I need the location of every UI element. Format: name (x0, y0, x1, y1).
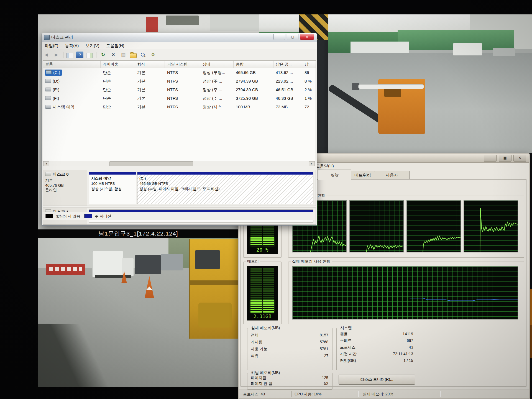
scroll-right-arrow[interactable]: ► (309, 161, 315, 166)
scrollbar-thumb[interactable] (109, 161, 193, 166)
drive-icon (45, 88, 51, 91)
stat-label: 여유 (251, 352, 259, 359)
close-button[interactable]: ✕ (513, 155, 526, 162)
search-icon[interactable] (139, 52, 147, 58)
volume-list: 볼륨 레이아웃 형식 파일 시스템 상태 용량 남은 공... 남 (C:) 단… (43, 60, 316, 161)
partition-legend: 할당되지 않음 주 파티션 (43, 212, 315, 220)
drive-icon (45, 79, 51, 83)
toolbar-separator (96, 52, 96, 58)
back-icon[interactable]: ◄ (43, 52, 50, 58)
memory-history-group: 실제 메모리 사용 현황 (288, 262, 524, 324)
menu-action[interactable]: 동작(A) (62, 42, 81, 50)
window-controls: ─ ▣ ✕ (484, 154, 527, 162)
column-free-pct[interactable]: 남 (302, 61, 316, 68)
open-folder-icon[interactable] (130, 53, 137, 58)
white-truck-box (92, 251, 123, 277)
volume-row-c[interactable]: (C:) 단순 기본 NTFS 정상 (부팅... 465.66 GB 413.… (43, 68, 316, 77)
primary-partition-swatch (84, 214, 92, 218)
red-sign-blob (146, 17, 158, 32)
settings-icon[interactable]: ⚙ (149, 52, 157, 58)
minimize-button[interactable]: ─ (273, 34, 285, 40)
volume-list-header: 볼륨 레이아웃 형식 파일 시스템 상태 용량 남은 공... 남 (43, 61, 316, 68)
tab-performance[interactable]: 성능 (318, 170, 351, 180)
partition-c[interactable]: (C:) 465.66 GB NTFS 정상 (부팅, 페이지 파일, 크래시 … (137, 172, 313, 204)
disk0-label: 디스크 0 기본 465.76 GB 온라인 (43, 170, 87, 206)
unallocated-swatch (45, 214, 53, 218)
dark-roof-blob (166, 16, 199, 25)
memory-history-graph (292, 266, 518, 319)
camera-tile-gate: 남1문입구3_1[172.4.22.124] (38, 229, 238, 389)
column-layout[interactable]: 레이아웃 (101, 61, 135, 68)
shadow-wedge (38, 324, 127, 389)
camera-name-overlay: 남1문입구3_1[172.4.22.124] (38, 229, 238, 238)
memory-gauge-value: 2.31GB (247, 313, 278, 319)
horizontal-scrollbar[interactable]: ◄ ► (43, 161, 315, 166)
stat-label: 페이지 안 됨 (251, 381, 272, 387)
column-filesystem[interactable]: 파일 시스템 (165, 61, 200, 68)
menu-view[interactable]: 보기(V) (83, 42, 102, 50)
menu-help[interactable]: 도움말(H) (103, 42, 127, 50)
cpu-core4-graph (464, 200, 518, 252)
minimize-button[interactable]: ─ (484, 155, 497, 162)
memory-led-column (263, 268, 274, 313)
stat-label: 프로세스 (340, 344, 355, 351)
scroll-left-arrow[interactable]: ◄ (43, 161, 49, 166)
close-button[interactable]: ✕ (300, 34, 314, 40)
toolbar-separator (63, 52, 63, 58)
column-status[interactable]: 상태 (200, 61, 234, 68)
stat-label: 사용 가능 (251, 346, 267, 352)
column-volume[interactable]: 볼륨 (43, 61, 101, 68)
status-physical-memory: 실제 메모리: 29% (360, 391, 441, 397)
disk-icon (45, 172, 51, 176)
memory-history-title: 실제 메모리 사용 현황 (291, 259, 332, 264)
memory-gauge-group: 메모리 2.31GB (243, 262, 282, 324)
primary-partition-bar (137, 172, 313, 175)
resource-monitor-button[interactable]: 리소스 모니터(R)... (339, 375, 415, 385)
menu-file[interactable]: 파일(F) (42, 42, 61, 50)
restore-button[interactable]: ▣ (499, 155, 511, 162)
column-type[interactable]: 형식 (135, 61, 165, 68)
maximize-button[interactable]: ▢ (287, 34, 298, 40)
partition-system-reserved[interactable]: 시스템 예약 100 MB NTFS 정상 (시스템, 활성 (89, 172, 136, 204)
delete-icon[interactable]: ✕ (110, 52, 117, 58)
properties-icon[interactable]: ▤ (120, 52, 127, 58)
volume-row-e[interactable]: (E:) 단순 기본 NTFS 정상 (주 ... 2794.39 GB 46.… (43, 85, 316, 94)
disk-management-app-icon (44, 35, 50, 40)
volume-row-d[interactable]: (D:) 단순 기본 NTFS 정상 (주 ... 2794.39 GB 223… (43, 77, 316, 85)
monitor-photo: 남1문입구3_1[172.4.22.124] (0, 0, 532, 399)
column-capacity[interactable]: 용량 (234, 61, 273, 68)
stat-value: 14119 (403, 331, 413, 337)
cctv-monitor-screen: 남1문입구3_1[172.4.22.124] (38, 14, 532, 399)
drive-icon (46, 70, 52, 74)
disk-management-menubar: 파일(F) 동작(A) 보기(V) 도움말(H) (42, 42, 317, 50)
stat-label: 핸들 (340, 331, 348, 337)
volume-row-system-reserved[interactable]: 시스템 예약 단순 기본 NTFS 정상 (시스... 100 MB 72 MB… (43, 103, 316, 111)
column-free-space[interactable]: 남은 공... (273, 61, 302, 68)
system-group: 시스템 핸들14119 스레드667 프로세스43 지정 시간72:11:41:… (336, 328, 417, 370)
disk-management-titlebar[interactable]: 디스크 관리 ─ ▢ ✕ (42, 33, 317, 42)
help-icon[interactable]: ? (76, 52, 83, 58)
tab-users[interactable]: 사용자 (374, 171, 410, 180)
volume-row-f[interactable]: (F:) 단순 기본 NTFS 정상 (주 ... 3725.90 GB 46.… (43, 94, 316, 103)
memory-led-column (250, 268, 262, 313)
status-cpu-usage: CPU 사용: 16% (291, 391, 359, 397)
action-pane-icon[interactable] (86, 53, 93, 58)
disk0-status: 온라인 (45, 188, 85, 193)
console-tree-icon[interactable] (66, 53, 73, 58)
stat-value: 667 (407, 337, 413, 344)
disk0-type: 기본 (45, 178, 85, 183)
menu-help[interactable]: 도움말(H) (316, 163, 334, 169)
disk0-box: 디스크 0 기본 465.76 GB 온라인 시스템 예약 100 MB NTF… (43, 170, 316, 206)
cpu-gauge-value: 20 % (247, 247, 278, 253)
stat-label: 전체 (251, 332, 259, 339)
kernel-memory-group: 커널 메모리(MB) 페이지됨125 페이지 안 됨52 (247, 373, 332, 390)
refresh-icon[interactable]: ↻ (99, 52, 107, 58)
disk-management-toolbar: ◄ ► ? ↻ ✕ ▤ ⚙ (42, 50, 317, 60)
forward-icon[interactable]: ► (53, 52, 60, 58)
physical-memory-group: 실제 메모리(MB) 전체8157 캐시됨5768 사용 가능5781 여유27 (247, 328, 332, 370)
disk0-size: 465.76 GB (45, 183, 85, 188)
drive-icon (45, 96, 51, 100)
dark-van (135, 255, 161, 274)
task-manager-statusbar: 프로세스: 43 CPU 사용: 16% 실제 메모리: 29% (239, 390, 529, 398)
stat-label: 지정 시간 (340, 351, 357, 357)
